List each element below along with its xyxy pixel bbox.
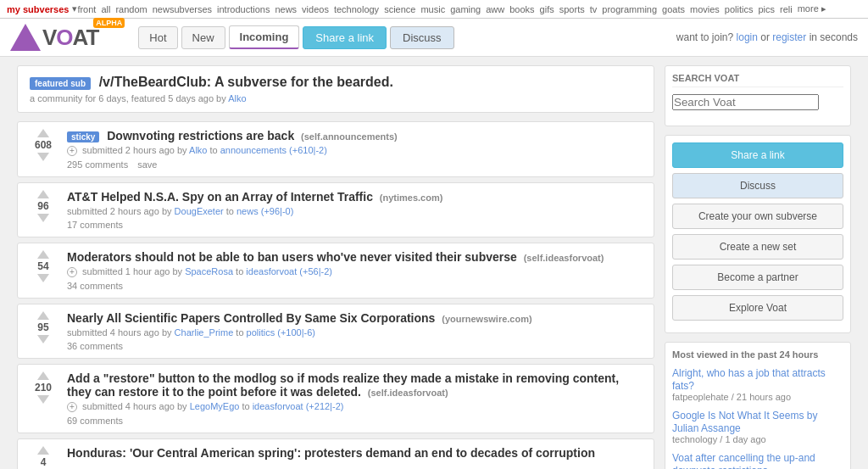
comments-link[interactable]: 34 comments (67, 281, 123, 291)
nav-reli[interactable]: reli (780, 4, 793, 14)
vote-count: 608 (35, 139, 52, 151)
sidebar-create-subverse-button[interactable]: Create your own subverse (672, 204, 843, 229)
upvote-button[interactable] (37, 190, 49, 198)
upvote-button[interactable] (37, 446, 49, 455)
post-title: Add a "restore" button to the modlog so … (67, 371, 645, 399)
comments-link[interactable]: 36 comments (67, 341, 123, 351)
nav-technology[interactable]: technology (334, 4, 379, 14)
downvote-button[interactable] (37, 214, 49, 222)
vote-column: 210 (26, 371, 60, 404)
post-title-link[interactable]: Downvoting restrictions are back (107, 129, 294, 142)
tab-incoming[interactable]: Incoming (229, 25, 300, 49)
post-score: (+610|-2) (289, 145, 327, 155)
login-link[interactable]: login (737, 31, 758, 43)
nav-more[interactable]: more ▸ (798, 3, 826, 14)
sidebar-share-button[interactable]: Share a link (672, 142, 843, 168)
post-subverse-link[interactable]: politics (247, 327, 275, 338)
tab-hot[interactable]: Hot (138, 26, 177, 49)
my-subverses-btn[interactable]: my subverses (7, 4, 69, 14)
alpha-badge: ALPHA (93, 18, 125, 28)
post-meta: + submitted 1 hour ago by SpaceRosa to i… (67, 266, 645, 277)
save-link[interactable]: save (137, 159, 157, 170)
downvote-button[interactable] (37, 395, 49, 404)
tab-new[interactable]: New (181, 26, 225, 49)
sidebar-create-set-button[interactable]: Create a new set (672, 234, 843, 260)
nav-books[interactable]: books (509, 4, 534, 14)
discuss-button[interactable]: Discuss (390, 26, 454, 49)
logo: VOAT ALPHA (10, 24, 125, 51)
nav-front[interactable]: front (77, 4, 96, 14)
post-actions: 295 comments save (67, 159, 645, 170)
nav-random[interactable]: random (115, 4, 147, 14)
post-author-link[interactable]: DougExeter (175, 206, 224, 216)
post-author-link[interactable]: Alko (189, 145, 207, 155)
vote-column: 608 (26, 129, 60, 161)
post-title: Honduras: 'Our Central American spring':… (67, 446, 645, 460)
nav-introductions[interactable]: introductions (217, 4, 270, 14)
nav-politics[interactable]: politics (725, 4, 754, 14)
share-link-button[interactable]: Share a link (303, 26, 387, 49)
sidebar-explore-button[interactable]: Explore Voat (672, 295, 843, 321)
upvote-button[interactable] (37, 311, 49, 320)
featured-user-link[interactable]: Alko (228, 93, 246, 103)
downvote-button[interactable] (37, 274, 49, 282)
featured-sub-banner: featured sub /v/TheBeardClub: A subverse… (17, 65, 654, 113)
post-domain: (yournewswire.com) (442, 314, 531, 324)
nav-movies[interactable]: movies (690, 4, 720, 14)
nav-gifs[interactable]: gifs (540, 4, 554, 14)
register-link[interactable]: register (772, 31, 806, 43)
vote-column: 4 (26, 446, 60, 469)
post-title-link[interactable]: Honduras: 'Our Central American spring':… (67, 446, 595, 460)
nav-goats[interactable]: goats (662, 4, 685, 14)
post-subverse-link[interactable]: news (236, 206, 259, 216)
nav-aww[interactable]: aww (486, 4, 504, 14)
post-actions: 34 comments (67, 281, 645, 291)
upvote-button[interactable] (37, 371, 49, 380)
post-body: Moderators should not be able to ban use… (67, 250, 645, 291)
nav-pics[interactable]: pics (758, 4, 775, 14)
nav-gaming[interactable]: gaming (450, 4, 481, 14)
search-input[interactable] (672, 94, 819, 110)
post-author-link[interactable]: LegoMyEgo (190, 401, 240, 411)
nav-music[interactable]: music (420, 4, 445, 14)
post-author-link[interactable]: SpaceRosa (185, 266, 233, 276)
trending-meta: technology / 1 day ago (672, 434, 843, 444)
sidebar-discuss-button[interactable]: Discuss (672, 173, 843, 198)
post-title-link[interactable]: Nearly All Scientific Papers Controlled … (67, 311, 435, 325)
trending-link[interactable]: Voat after cancelling the up-and downvot… (672, 452, 815, 469)
nav-newsubverses[interactable]: newsubverses (153, 4, 212, 14)
post-title-link[interactable]: Add a "restore" button to the modlog so … (67, 371, 619, 399)
post-title-link[interactable]: AT&T Helped N.S.A. Spy on an Array of In… (67, 190, 373, 204)
post-subverse-link[interactable]: ideasforvoat (253, 401, 303, 411)
search-section: Search Voat (665, 65, 851, 126)
post-title-link[interactable]: Moderators should not be able to ban use… (67, 250, 517, 264)
nav-programming[interactable]: programming (602, 4, 657, 14)
nav-science[interactable]: science (384, 4, 415, 14)
nav-tv[interactable]: tv (590, 4, 598, 14)
upvote-button[interactable] (37, 129, 49, 137)
post-item: 54 Moderators should not be able to ban … (17, 243, 654, 299)
nav-sports[interactable]: sports (559, 4, 585, 14)
vote-column: 95 (26, 311, 60, 343)
trending-link[interactable]: Alright, who has a job that attracts fat… (672, 367, 826, 392)
post-subverse-link[interactable]: ideasforvoat (246, 266, 297, 276)
vote-count: 96 (37, 200, 48, 212)
post-subverse-link[interactable]: announcements (220, 145, 287, 155)
downvote-button[interactable] (37, 153, 49, 161)
nav-all[interactable]: all (101, 4, 110, 14)
trending-link[interactable]: Google Is Not What It Seems by Julian As… (672, 410, 817, 434)
post-body: Honduras: 'Our Central American spring':… (67, 446, 645, 462)
nav-videos[interactable]: videos (302, 4, 329, 14)
featured-badge: featured sub (30, 77, 91, 90)
sidebar-partner-button[interactable]: Become a partner (672, 265, 843, 290)
downvote-button[interactable] (37, 335, 49, 343)
upvote-button[interactable] (37, 250, 49, 259)
comments-link[interactable]: 295 comments (67, 159, 128, 170)
post-author-link[interactable]: Charlie_Prime (175, 327, 234, 338)
comments-link[interactable]: 69 comments (67, 416, 123, 426)
nav-news[interactable]: news (275, 4, 297, 14)
post-domain: (nytimes.com) (380, 193, 443, 203)
sticky-badge: sticky (67, 131, 99, 142)
comments-link[interactable]: 17 comments (67, 220, 123, 230)
post-title: Moderators should not be able to ban use… (67, 250, 645, 264)
